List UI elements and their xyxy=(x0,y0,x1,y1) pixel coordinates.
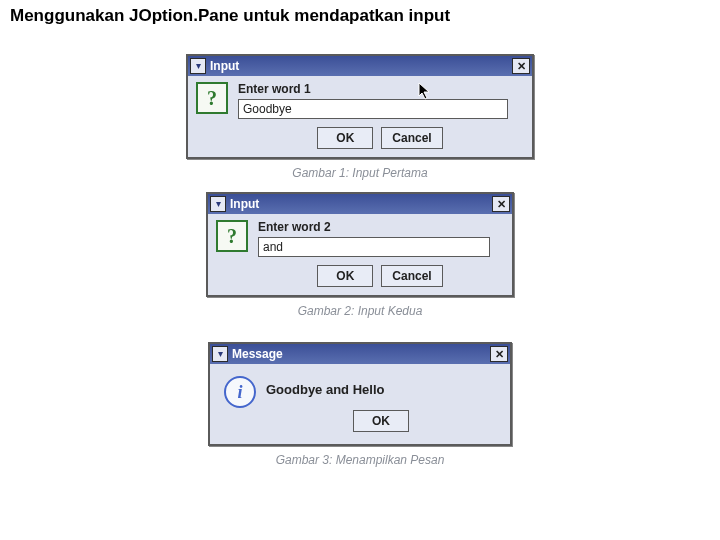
chevron-down-icon: ▾ xyxy=(196,61,201,71)
cancel-button[interactable]: Cancel xyxy=(381,127,442,149)
titlebar: ▾ Input ✕ xyxy=(208,194,512,214)
prompt-label: Enter word 2 xyxy=(258,220,502,234)
chevron-down-icon: ▾ xyxy=(216,199,221,209)
message-text: Goodbye and Hello xyxy=(266,376,496,397)
message-dialog: ▾ Message ✕ i Goodbye and Hello OK xyxy=(208,342,512,446)
cancel-button[interactable]: Cancel xyxy=(381,265,442,287)
window-menu-icon[interactable]: ▾ xyxy=(190,58,206,74)
titlebar-left: ▾ Input xyxy=(190,58,239,74)
button-row: OK Cancel xyxy=(258,265,502,287)
form-column: Goodbye and Hello OK xyxy=(266,376,496,432)
close-icon: ✕ xyxy=(517,60,526,73)
titlebar-left: ▾ Input xyxy=(210,196,259,212)
dialog-title: Input xyxy=(230,197,259,211)
form-column: Enter word 2 OK Cancel xyxy=(258,220,502,287)
dialog-body: i Goodbye and Hello OK xyxy=(210,364,510,444)
caption-3: Gambar 3: Menampilkan Pesan xyxy=(276,453,445,467)
dialog-title: Message xyxy=(232,347,283,361)
info-icon: i xyxy=(224,376,256,408)
titlebar: ▾ Input ✕ xyxy=(188,56,532,76)
text-input-word2[interactable] xyxy=(258,237,490,257)
titlebar-left: ▾ Message xyxy=(212,346,283,362)
dialog-body: ? Enter word 1 OK Cancel xyxy=(188,76,532,157)
dialog-title: Input xyxy=(210,59,239,73)
text-input-word1[interactable] xyxy=(238,99,508,119)
input-dialog-1: ▾ Input ✕ ? Enter word 1 OK Cancel xyxy=(186,54,534,159)
caption-2: Gambar 2: Input Kedua xyxy=(298,304,423,318)
prompt-label: Enter word 1 xyxy=(238,82,522,96)
ok-button[interactable]: OK xyxy=(317,127,373,149)
button-row: OK xyxy=(266,410,496,432)
close-button[interactable]: ✕ xyxy=(492,196,510,212)
question-icon: ? xyxy=(196,82,228,114)
question-icon: ? xyxy=(216,220,248,252)
close-button[interactable]: ✕ xyxy=(512,58,530,74)
ok-button[interactable]: OK xyxy=(353,410,409,432)
chevron-down-icon: ▾ xyxy=(218,349,223,359)
caption-1: Gambar 1: Input Pertama xyxy=(292,166,427,180)
close-button[interactable]: ✕ xyxy=(490,346,508,362)
window-menu-icon[interactable]: ▾ xyxy=(212,346,228,362)
page-heading: Menggunakan JOption.Pane untuk mendapatk… xyxy=(0,0,720,30)
window-menu-icon[interactable]: ▾ xyxy=(210,196,226,212)
button-row: OK Cancel xyxy=(238,127,522,149)
dialog-stack: ▾ Input ✕ ? Enter word 1 OK Cancel Gamba… xyxy=(0,54,720,473)
form-column: Enter word 1 OK Cancel xyxy=(238,82,522,149)
input-dialog-2: ▾ Input ✕ ? Enter word 2 OK Cancel xyxy=(206,192,514,297)
close-icon: ✕ xyxy=(497,198,506,211)
dialog-body: ? Enter word 2 OK Cancel xyxy=(208,214,512,295)
close-icon: ✕ xyxy=(495,348,504,361)
titlebar: ▾ Message ✕ xyxy=(210,344,510,364)
ok-button[interactable]: OK xyxy=(317,265,373,287)
